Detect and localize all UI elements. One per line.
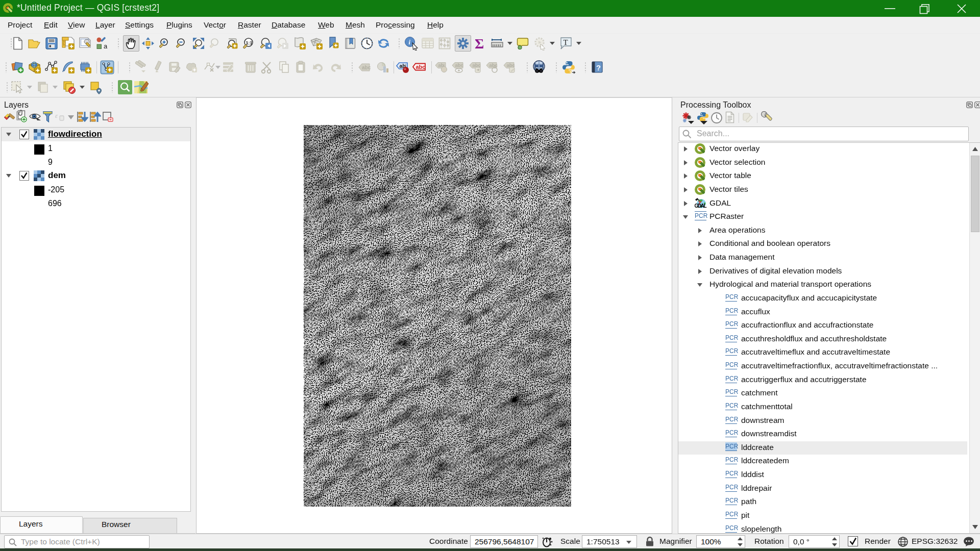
svg-text:abc: abc (416, 64, 426, 70)
svg-text:abc: abc (455, 62, 463, 68)
svg-text:T: T (564, 38, 568, 46)
svg-text:a: a (104, 42, 108, 50)
svg-text:ε: ε (55, 112, 58, 119)
svg-text:GDAL: GDAL (695, 203, 707, 209)
svg-text:Σ: Σ (475, 36, 484, 51)
svg-text:i: i (409, 38, 411, 46)
svg-text:abc: abc (362, 65, 371, 70)
svg-text:abc: abc (473, 62, 481, 68)
svg-text:1:1: 1:1 (246, 40, 253, 45)
svg-text:abc: abc (507, 62, 515, 68)
svg-text:?: ? (596, 63, 601, 72)
svg-text:abc: abc (489, 62, 498, 68)
